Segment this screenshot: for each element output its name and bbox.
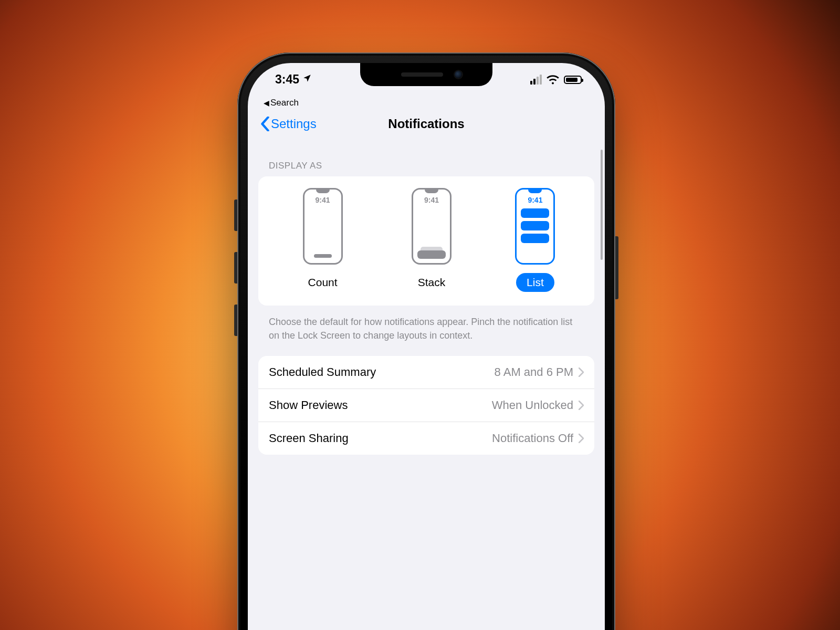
row-value: 8 AM and 6 PM bbox=[495, 365, 573, 379]
cellular-icon bbox=[530, 75, 542, 85]
preview-list: 9:41 bbox=[515, 188, 555, 265]
screen: 3:45 ◀︎ Search Settings bbox=[248, 63, 605, 630]
location-icon bbox=[302, 74, 312, 86]
wifi-icon bbox=[547, 75, 559, 85]
display-option-count[interactable]: 9:41 Count bbox=[298, 188, 348, 292]
chevron-left-icon bbox=[260, 117, 270, 131]
chevron-right-icon bbox=[579, 401, 584, 410]
option-label-count: Count bbox=[298, 273, 348, 292]
speaker bbox=[401, 72, 443, 77]
row-label: Show Previews bbox=[269, 398, 348, 412]
front-camera bbox=[455, 71, 462, 78]
option-label-stack: Stack bbox=[407, 273, 456, 292]
preview-count: 9:41 bbox=[303, 188, 343, 265]
row-value: When Unlocked bbox=[492, 398, 573, 412]
back-label: Settings bbox=[271, 117, 317, 131]
chevron-right-icon bbox=[579, 368, 584, 377]
section-footer-display-as: Choose the default for how notifications… bbox=[258, 306, 594, 356]
scroll-indicator[interactable] bbox=[601, 150, 603, 260]
battery-icon bbox=[564, 76, 582, 84]
row-value: Notifications Off bbox=[492, 432, 573, 445]
display-option-list[interactable]: 9:41 List bbox=[515, 188, 555, 292]
row-label: Screen Sharing bbox=[269, 432, 349, 445]
breadcrumb-label: Search bbox=[270, 98, 299, 108]
option-label-list: List bbox=[516, 273, 554, 292]
display-as-card: 9:41 Count 9:41 Stack bbox=[258, 176, 594, 306]
back-triangle-icon: ◀︎ bbox=[264, 99, 269, 107]
row-show-previews[interactable]: Show Previews When Unlocked bbox=[258, 389, 594, 422]
back-button[interactable]: Settings bbox=[260, 117, 317, 131]
chevron-right-icon bbox=[579, 434, 584, 443]
row-scheduled-summary[interactable]: Scheduled Summary 8 AM and 6 PM bbox=[258, 356, 594, 389]
row-label: Scheduled Summary bbox=[269, 365, 376, 379]
display-option-stack[interactable]: 9:41 Stack bbox=[407, 188, 456, 292]
settings-rows: Scheduled Summary 8 AM and 6 PM Show Pre… bbox=[258, 356, 594, 455]
row-screen-sharing[interactable]: Screen Sharing Notifications Off bbox=[258, 422, 594, 455]
notch bbox=[360, 63, 492, 86]
phone-frame: 3:45 ◀︎ Search Settings bbox=[237, 52, 615, 630]
content: DISPLAY AS 9:41 Count 9: bbox=[248, 142, 605, 455]
breadcrumb[interactable]: ◀︎ Search bbox=[248, 96, 605, 109]
nav-bar: Settings Notifications bbox=[248, 109, 605, 142]
preview-stack: 9:41 bbox=[412, 188, 452, 265]
section-header-display-as: DISPLAY AS bbox=[258, 161, 594, 176]
status-time: 3:45 bbox=[275, 72, 299, 87]
